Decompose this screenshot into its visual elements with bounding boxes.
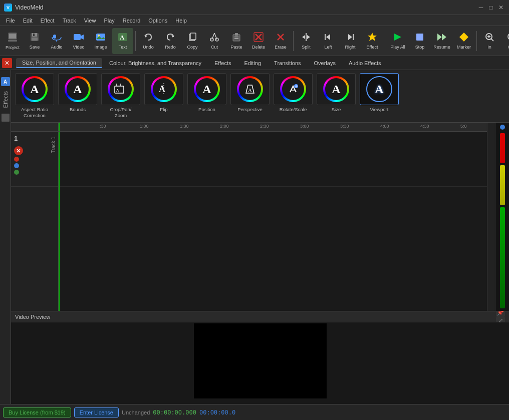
copy-button[interactable]: Copy: [182, 28, 203, 54]
menu-effect[interactable]: Effect: [37, 17, 59, 25]
right-button[interactable]: Right: [340, 28, 361, 54]
track-dot-blue: [14, 163, 19, 168]
titlebar-controls: ─ □ ✕: [477, 4, 505, 12]
timeline-scrollbar[interactable]: [487, 123, 495, 311]
close-panel-button[interactable]: ✕: [2, 58, 12, 68]
marker-button[interactable]: Marker: [453, 28, 474, 54]
save-button[interactable]: Save: [24, 28, 45, 54]
zoom-out-button[interactable]: Out: [501, 28, 509, 54]
effect-aspect-thumb: A: [15, 73, 54, 105]
audio-icon: [52, 32, 62, 44]
project-button[interactable]: Project: [2, 28, 23, 54]
effect-perspective[interactable]: A Perspective: [230, 73, 270, 113]
resume-button[interactable]: Resume: [431, 28, 452, 54]
tab-transitions[interactable]: Transitions: [268, 59, 307, 68]
effect-rotate[interactable]: Rotate/Scale: [274, 73, 313, 113]
play-all-button[interactable]: Play All: [387, 28, 408, 54]
split-button[interactable]: Split: [296, 28, 317, 54]
menu-play[interactable]: Play: [100, 17, 118, 25]
track-1-num: 1: [14, 135, 18, 142]
ruler-mark-30: :30: [100, 124, 106, 129]
effect-size[interactable]: A Size: [317, 73, 356, 113]
effect-position[interactable]: A Position: [187, 73, 226, 113]
effect-viewport[interactable]: A Viewport: [360, 73, 399, 113]
maximize-button[interactable]: □: [487, 4, 495, 12]
svg-marker-35: [307, 35, 310, 39]
effect-aspect-label: Aspect RatioCorrection: [21, 107, 48, 119]
right-label: Right: [345, 45, 355, 50]
paste-button[interactable]: Paste: [226, 28, 247, 54]
zoom-in-button[interactable]: In: [479, 28, 500, 54]
erase-button[interactable]: Erase: [270, 28, 291, 54]
play-all-label: Play All: [390, 45, 405, 50]
effects-icon: A: [1, 77, 10, 86]
effect-crop-thumb: A: [101, 73, 140, 105]
effect-bounds[interactable]: A Bounds: [58, 73, 97, 113]
tab-size-position[interactable]: Size, Position, and Orientation: [16, 58, 102, 68]
menu-file[interactable]: File: [2, 17, 19, 25]
menu-view[interactable]: View: [80, 17, 100, 25]
stop-button[interactable]: Stop: [409, 28, 430, 54]
minimize-button[interactable]: ─: [477, 4, 485, 12]
delete-button[interactable]: Delete: [248, 28, 269, 54]
undo-button[interactable]: Undo: [138, 28, 159, 54]
enter-license-button[interactable]: Enter License: [74, 407, 119, 417]
timeline-playhead[interactable]: [59, 123, 60, 131]
menu-track[interactable]: Track: [59, 17, 80, 25]
svg-marker-40: [368, 33, 377, 41]
image-button[interactable]: Image: [90, 28, 111, 54]
ruler-mark-430: 4:30: [420, 124, 429, 129]
close-button[interactable]: ✕: [497, 4, 505, 12]
cut-icon: [209, 32, 219, 44]
copy-icon: [187, 32, 197, 44]
delete-label: Delete: [252, 45, 265, 50]
resume-icon: [436, 32, 447, 44]
paste-icon: [231, 32, 241, 44]
ruler-mark-300: 3:00: [300, 124, 309, 129]
resume-label: Resume: [433, 45, 450, 50]
sep4: [476, 31, 477, 51]
track-lane-empty: [59, 187, 487, 311]
tab-overlays[interactable]: Overlays: [308, 59, 342, 68]
volume-knob[interactable]: [500, 125, 505, 130]
ruler-header: [11, 123, 58, 132]
tab-audio-effects[interactable]: Audio Effects: [343, 59, 387, 68]
track-mute-button[interactable]: [14, 146, 23, 155]
tab-colour[interactable]: Colour, Brightness, and Transparency: [103, 59, 207, 68]
svg-rect-26: [234, 37, 238, 38]
cut-button[interactable]: Cut: [204, 28, 225, 54]
video-button[interactable]: Video: [68, 28, 89, 54]
stop-label: Stop: [415, 45, 425, 50]
effect-aspect-ratio[interactable]: A Aspect RatioCorrection: [15, 73, 54, 119]
text-button[interactable]: A Text: [112, 28, 133, 54]
right-icon: [345, 32, 355, 44]
ruler-mark-230: 2:30: [260, 124, 269, 129]
effect-icon: [367, 32, 377, 44]
preview-video: [194, 323, 327, 398]
audio-label: Audio: [51, 45, 62, 50]
menu-options[interactable]: Options: [144, 17, 171, 25]
sidebar-thumbnail: [2, 114, 10, 122]
effect-flip[interactable]: A Flip: [144, 73, 183, 113]
svg-rect-27: [234, 38, 238, 39]
effect-button[interactable]: Effect: [362, 28, 383, 54]
text-label: Text: [119, 45, 127, 50]
buy-license-button[interactable]: Buy License (from $19): [3, 407, 71, 417]
tab-effects[interactable]: Effects: [208, 59, 237, 68]
effect-position-thumb: A: [187, 73, 226, 105]
timeline-container: 1: [11, 123, 509, 311]
menu-record[interactable]: Record: [119, 17, 144, 25]
app-title: VideoMeld: [15, 4, 43, 11]
tab-editing[interactable]: Editing: [238, 59, 267, 68]
save-label: Save: [30, 45, 40, 50]
left-button[interactable]: Left: [318, 28, 339, 54]
effect-viewport-thumb: A: [360, 73, 399, 105]
sep3: [385, 31, 385, 51]
menu-edit[interactable]: Edit: [19, 17, 37, 25]
audio-button[interactable]: Audio: [46, 28, 67, 54]
undo-icon: [143, 32, 153, 44]
erase-label: Erase: [275, 45, 287, 50]
redo-button[interactable]: Redo: [160, 28, 181, 54]
menu-help[interactable]: Help: [171, 17, 191, 25]
effect-crop[interactable]: A Crop/Pan/Zoom: [101, 73, 140, 119]
